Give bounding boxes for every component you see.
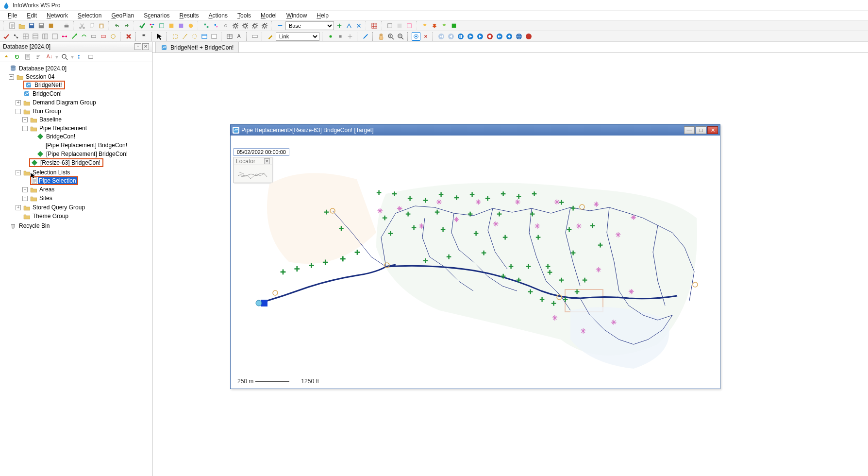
tree-sites[interactable]: Sites bbox=[38, 195, 53, 202]
tb-grid1[interactable] bbox=[21, 32, 30, 41]
tb-stepback[interactable] bbox=[447, 32, 455, 41]
tb-grid[interactable] bbox=[370, 21, 379, 30]
tree-pr-bcon3[interactable]: [Pipe Replacement] BridgeCon! bbox=[45, 151, 129, 157]
expander[interactable]: + bbox=[22, 117, 28, 122]
menu-scenarios[interactable]: Scenarios bbox=[139, 11, 174, 20]
tb-zoomin[interactable] bbox=[386, 32, 395, 41]
tb-rec[interactable] bbox=[485, 32, 494, 41]
tb-grid3[interactable] bbox=[41, 32, 50, 41]
tree-baseline[interactable]: Baseline bbox=[38, 116, 63, 123]
tb-redo[interactable] bbox=[122, 21, 131, 30]
document-tab[interactable]: BridgeNet! + BridgeCon! bbox=[155, 42, 239, 52]
menu-model[interactable]: Model bbox=[256, 11, 282, 20]
tb-new[interactable] bbox=[8, 21, 17, 30]
menu-file[interactable]: File bbox=[3, 11, 22, 20]
tb-layer2[interactable] bbox=[430, 21, 439, 30]
tb-selmode3[interactable] bbox=[221, 21, 230, 30]
tree-bridgenet[interactable]: BridgeNet! bbox=[33, 82, 63, 88]
tree-sel-lists[interactable]: Selection Lists bbox=[32, 169, 71, 176]
tree-tg[interactable]: Theme Group bbox=[32, 213, 69, 220]
tb-gear[interactable] bbox=[231, 21, 240, 30]
tree-pr-resize[interactable]: [Resize-63] BridgeCon! bbox=[39, 159, 101, 166]
expander[interactable]: − bbox=[16, 109, 21, 114]
tb-ff[interactable] bbox=[495, 32, 504, 41]
tb-measure[interactable] bbox=[361, 32, 370, 41]
expander[interactable]: − bbox=[16, 170, 21, 175]
tree-pipe-repl[interactable]: Pipe Replacement bbox=[38, 125, 88, 132]
tb-conn2[interactable] bbox=[70, 32, 79, 41]
tb-scntree[interactable] bbox=[345, 21, 353, 30]
tree-ddg[interactable]: Demand Diagram Group bbox=[32, 99, 97, 106]
tree-pipe-selection[interactable]: Pipe Selection bbox=[38, 177, 77, 184]
db-new[interactable] bbox=[23, 52, 32, 61]
tb-open[interactable] bbox=[17, 21, 26, 30]
tb-text[interactable]: A bbox=[235, 32, 244, 41]
db-refresh[interactable] bbox=[13, 52, 21, 61]
tb-selp1[interactable] bbox=[171, 32, 180, 41]
tb-snap3[interactable] bbox=[346, 32, 354, 41]
tb-theme2[interactable] bbox=[157, 21, 166, 30]
tb-undo[interactable] bbox=[113, 21, 121, 30]
tb-stepfwd[interactable] bbox=[476, 32, 484, 41]
tb-save[interactable] bbox=[27, 21, 36, 30]
tb-view1[interactable] bbox=[385, 21, 394, 30]
tb-selp3[interactable] bbox=[190, 32, 199, 41]
tb-addscn[interactable] bbox=[335, 21, 344, 30]
tb-theme1[interactable] bbox=[148, 21, 156, 30]
tb-conn4[interactable] bbox=[89, 32, 98, 41]
tb-globe[interactable] bbox=[515, 32, 523, 41]
menu-help[interactable]: Help bbox=[312, 11, 334, 20]
tb-pause[interactable] bbox=[456, 32, 465, 41]
tb-target[interactable] bbox=[412, 32, 420, 41]
tb-save2[interactable] bbox=[37, 21, 46, 30]
db-sort2[interactable]: A↓ bbox=[45, 52, 53, 61]
tb-scnmerge[interactable] bbox=[354, 21, 363, 30]
tb-gear4[interactable] bbox=[260, 21, 269, 30]
tb-selp2[interactable] bbox=[181, 32, 189, 41]
db-up[interactable] bbox=[2, 52, 11, 61]
tb-copy[interactable] bbox=[87, 21, 96, 30]
menu-geoplan[interactable]: GeoPlan bbox=[106, 11, 139, 20]
tb-flag[interactable] bbox=[140, 32, 149, 41]
db-tree[interactable]: Database [2024.0] −Session 04 BridgeNet!… bbox=[0, 62, 152, 476]
expander[interactable]: − bbox=[9, 74, 14, 80]
tree-pr-bcon2[interactable]: [Pipe Replacement] BridgeCon! bbox=[45, 142, 128, 149]
menu-network[interactable]: Network bbox=[42, 11, 73, 20]
tb-play[interactable] bbox=[466, 32, 475, 41]
tb-rewind[interactable] bbox=[437, 32, 446, 41]
tree-areas[interactable]: Areas bbox=[38, 186, 55, 193]
tb-pointer[interactable] bbox=[155, 32, 164, 41]
tb-grid2[interactable] bbox=[31, 32, 40, 41]
tb-cut[interactable] bbox=[78, 21, 86, 30]
db-panel-header[interactable]: Database [2024.0] ▫ ✕ bbox=[0, 42, 152, 51]
tb-stop[interactable] bbox=[524, 32, 533, 41]
tree-session[interactable]: Session 04 bbox=[25, 73, 55, 80]
tb-grid4[interactable] bbox=[50, 32, 59, 41]
expander[interactable]: + bbox=[16, 100, 21, 105]
tree-pr-bcon1[interactable]: BridgeCon! bbox=[45, 133, 76, 140]
tb-delete[interactable] bbox=[124, 32, 133, 41]
tb-snap2[interactable] bbox=[336, 32, 345, 41]
menu-edit[interactable]: Edit bbox=[22, 11, 42, 20]
db-find[interactable] bbox=[60, 52, 69, 61]
tb-layer1[interactable] bbox=[420, 21, 429, 30]
tb-check[interactable] bbox=[2, 32, 11, 41]
tb-selmode2[interactable] bbox=[212, 21, 220, 30]
window-maximize[interactable]: □ bbox=[696, 126, 706, 134]
expander[interactable]: + bbox=[22, 196, 28, 201]
tb-zoomout[interactable] bbox=[396, 32, 405, 41]
tb-run1[interactable] bbox=[276, 21, 284, 30]
tb-selmode1[interactable] bbox=[202, 21, 211, 30]
scenario-select[interactable]: Base bbox=[285, 21, 334, 30]
tb-theme5[interactable] bbox=[186, 21, 195, 30]
tb-paste[interactable] bbox=[97, 21, 106, 30]
db-tree2[interactable] bbox=[86, 52, 95, 61]
tb-validate[interactable] bbox=[138, 21, 147, 30]
tb-pen[interactable] bbox=[266, 32, 275, 41]
db-panel-close[interactable]: ✕ bbox=[142, 43, 149, 50]
db-sort[interactable] bbox=[34, 52, 43, 61]
window-minimize[interactable]: — bbox=[684, 126, 695, 134]
tb-layer3[interactable] bbox=[440, 21, 449, 30]
tb-gear2[interactable] bbox=[241, 21, 250, 30]
tb-label[interactable] bbox=[250, 32, 259, 41]
